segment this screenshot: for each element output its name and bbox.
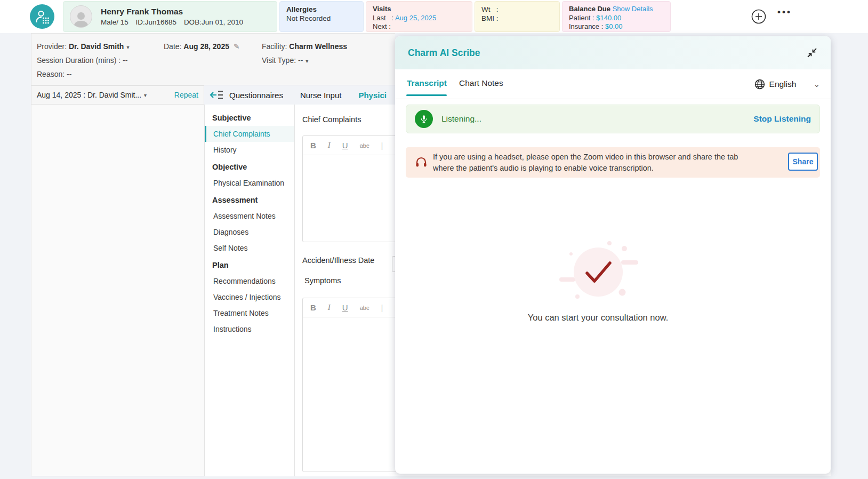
nav-item-instructions[interactable]: Instructions bbox=[205, 321, 294, 337]
underline-icon[interactable]: U bbox=[342, 141, 348, 150]
nav-item-self-notes[interactable]: Self Notes bbox=[205, 240, 294, 256]
toolbar-separator: | bbox=[381, 303, 383, 312]
plus-circle-icon bbox=[751, 9, 766, 24]
nav-item-history[interactable]: History bbox=[205, 142, 294, 158]
headphones-icon bbox=[415, 156, 428, 171]
facility-value: Charm Wellness bbox=[289, 42, 347, 51]
symptoms-label: Symptoms bbox=[304, 276, 341, 285]
collapse-panel-button[interactable] bbox=[806, 47, 818, 59]
nav-section-subjective: Subjective bbox=[205, 109, 294, 126]
underline-icon[interactable]: U bbox=[342, 303, 348, 312]
visits-title: Visits bbox=[373, 5, 465, 14]
bold-icon[interactable]: B bbox=[310, 303, 316, 312]
visits-next-label: Next : bbox=[373, 22, 465, 31]
empty-state-message: You can start your consultation now. bbox=[395, 313, 801, 323]
toolbar-separator: | bbox=[381, 141, 383, 150]
session-duration-value: -- bbox=[123, 56, 127, 65]
soap-section-nav: Subjective Chief Complaints History Obje… bbox=[204, 105, 295, 476]
listening-status-text: Listening... bbox=[441, 114, 481, 124]
italic-icon[interactable]: I bbox=[328, 303, 331, 312]
nav-item-treatment-notes[interactable]: Treatment Notes bbox=[205, 305, 294, 321]
weight-label: Wt : bbox=[481, 5, 553, 14]
date-label: Date: bbox=[164, 42, 181, 51]
balance-insurance-value: $0.00 bbox=[605, 22, 623, 30]
note-tab-bar: Questionnaires Nurse Input Physici bbox=[229, 85, 387, 105]
bmi-label: BMI : bbox=[481, 14, 553, 23]
facility-field: Facility: Charm Wellness bbox=[262, 42, 347, 51]
provider-select[interactable]: Provider: Dr. David Smith▾ bbox=[37, 42, 129, 51]
nav-item-vaccines-injections[interactable]: Vaccines / Injections bbox=[205, 289, 294, 305]
nav-item-physical-examination[interactable]: Physical Examination bbox=[205, 175, 294, 191]
visits-last-date-link[interactable]: Aug 25, 2025 bbox=[395, 14, 436, 22]
balance-title: Balance Due bbox=[569, 5, 610, 13]
session-duration-label: Session Duration (mins) : bbox=[37, 56, 120, 65]
nav-section-plan: Plan bbox=[205, 256, 294, 273]
patient-header-bar: Henry Frank Thomas Male/ 15 ID:Jun16685 … bbox=[0, 0, 868, 33]
tab-nurse-input[interactable]: Nurse Input bbox=[300, 91, 342, 100]
app-window: Henry Frank Thomas Male/ 15 ID:Jun16685 … bbox=[0, 0, 868, 479]
headset-notice: If you are using a headset, please open … bbox=[406, 147, 820, 178]
patient-sex-age: Male/ 15 bbox=[101, 18, 128, 26]
tab-questionnaires[interactable]: Questionnaires bbox=[229, 91, 283, 100]
allergies-value: Not Recorded bbox=[286, 14, 357, 23]
provider-label: Provider: bbox=[37, 42, 67, 51]
visits-card: Visits Last : Aug 25, 2025 Next : bbox=[366, 1, 472, 32]
headset-notice-text: If you are using a headset, please open … bbox=[433, 151, 753, 173]
nav-item-diagnoses[interactable]: Diagnoses bbox=[205, 224, 294, 240]
provider-value: Dr. David Smith bbox=[69, 42, 124, 51]
add-button[interactable] bbox=[751, 9, 766, 24]
patient-card[interactable]: Henry Frank Thomas Male/ 15 ID:Jun16685 … bbox=[63, 1, 277, 32]
caret-down-icon: ▾ bbox=[306, 58, 308, 64]
accident-illness-date-label: Accident/Illness Date bbox=[302, 256, 374, 265]
balance-insurance-label: Insurance : bbox=[569, 22, 603, 30]
collapse-sidebar-button[interactable] bbox=[210, 89, 223, 101]
facility-label: Facility: bbox=[262, 42, 287, 51]
collapse-arrows-icon bbox=[806, 47, 818, 59]
nav-section-objective: Objective bbox=[205, 158, 294, 175]
person-dialpad-icon bbox=[34, 9, 50, 25]
session-duration-field: Session Duration (mins) : -- bbox=[37, 56, 127, 65]
microphone-badge bbox=[415, 110, 433, 128]
encounter-selector-dropdown[interactable]: Aug 14, 2025 : Dr. David Smit... ▾ Repea… bbox=[31, 85, 204, 105]
share-button[interactable]: Share bbox=[788, 153, 818, 171]
patient-details: Male/ 15 ID:Jun16685 DOB:Jun 01, 2010 bbox=[101, 18, 248, 27]
patient-contact-button[interactable] bbox=[30, 4, 54, 29]
tab-physician[interactable]: Physici bbox=[358, 91, 387, 100]
scribe-title: Charm AI Scribe bbox=[408, 47, 480, 59]
caret-down-icon: ▾ bbox=[144, 92, 147, 98]
nav-item-recommendations[interactable]: Recommendations bbox=[205, 273, 294, 289]
encounter-selector-label: Aug 14, 2025 : Dr. David Smit... bbox=[37, 91, 141, 99]
edit-pencil-icon[interactable]: ✎ bbox=[234, 42, 240, 51]
reason-value: -- bbox=[67, 70, 71, 78]
balance-show-details-link[interactable]: Show Details bbox=[613, 5, 653, 13]
nav-section-assessment: Assessment bbox=[205, 191, 294, 208]
encounter-date-field[interactable]: Date: Aug 28, 2025✎ bbox=[164, 42, 240, 51]
strikethrough-icon[interactable]: abc bbox=[360, 305, 369, 311]
language-value: English bbox=[769, 79, 797, 89]
nav-item-chief-complaints[interactable]: Chief Complaints bbox=[205, 126, 294, 142]
checkmark-illustration bbox=[553, 239, 644, 308]
allergies-card[interactable]: Allergies Not Recorded bbox=[279, 1, 364, 32]
scribe-tab-bar: Transcript Chart Notes English ⌄ bbox=[395, 69, 831, 99]
patient-name: Henry Frank Thomas bbox=[101, 7, 248, 16]
strikethrough-icon[interactable]: abc bbox=[360, 142, 369, 149]
listening-status-bar: Listening... Stop Listening bbox=[406, 105, 820, 133]
italic-icon[interactable]: I bbox=[328, 141, 331, 150]
arrow-left-lines-icon bbox=[210, 89, 223, 101]
scribe-tab-chart-notes[interactable]: Chart Notes bbox=[459, 78, 503, 88]
nav-item-assessment-notes[interactable]: Assessment Notes bbox=[205, 208, 294, 224]
bold-icon[interactable]: B bbox=[310, 141, 316, 150]
balance-card: Balance Due Show Details Patient : $140.… bbox=[562, 1, 671, 32]
balance-patient-label: Patient : bbox=[569, 14, 594, 22]
scribe-header: Charm AI Scribe bbox=[395, 36, 831, 69]
microphone-icon bbox=[420, 115, 428, 123]
scribe-tab-transcript[interactable]: Transcript bbox=[407, 78, 447, 88]
repeat-link[interactable]: Repeat bbox=[174, 91, 198, 99]
visits-last-label: Last : bbox=[373, 14, 393, 22]
active-tab-underline bbox=[406, 94, 447, 96]
patient-avatar bbox=[70, 5, 92, 28]
language-selector[interactable]: English ⌄ bbox=[754, 69, 820, 99]
stop-listening-button[interactable]: Stop Listening bbox=[753, 114, 811, 124]
visit-type-select[interactable]: Visit Type: --▾ bbox=[262, 56, 308, 65]
more-options-button[interactable]: ••• bbox=[777, 7, 792, 18]
